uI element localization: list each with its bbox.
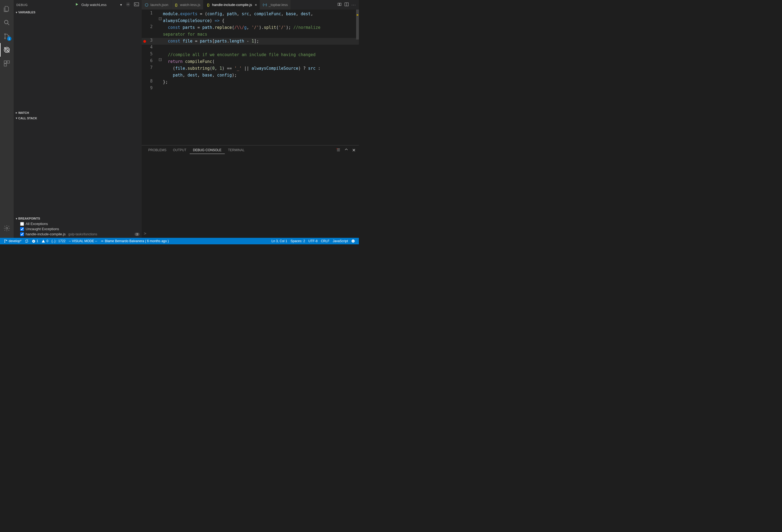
status-spaces[interactable]: Spaces: 2 <box>289 238 307 244</box>
code-line[interactable]: const file = parts[parts.length - 1]; <box>163 38 359 45</box>
svg-rect-11 <box>134 3 139 6</box>
breakpoint-checkbox[interactable] <box>20 227 24 231</box>
tab-label: watch-less.js <box>180 3 200 7</box>
breakpoint-dot[interactable] <box>143 40 146 43</box>
panel-tab-debug-console[interactable]: DEBUG CONSOLE <box>190 147 225 154</box>
line-number: 4 <box>142 45 158 49</box>
code-line[interactable]: }; <box>163 79 359 85</box>
fold-gutter[interactable]: − <box>158 17 163 20</box>
callstack-section-header[interactable]: ▾ CALL STACK <box>13 115 142 121</box>
status-blame[interactable]: Blame Bernardo Balvanera ( 6 months ago … <box>99 238 171 244</box>
breakpoint-row[interactable]: Uncaught Exceptions <box>13 226 142 232</box>
tab-watch-less-js[interactable]: {}watch-less.js <box>171 0 203 9</box>
js-file-icon: {} <box>174 3 178 7</box>
status-warnings[interactable]: 0 <box>40 238 50 244</box>
smiley-icon <box>351 239 355 243</box>
status-encoding[interactable]: UTF-8 <box>307 238 319 244</box>
status-feedback[interactable] <box>350 238 357 244</box>
play-icon <box>75 2 79 6</box>
debug-console-toggle[interactable] <box>134 2 139 7</box>
tab-handle-include-compile-js[interactable]: {}handle-include-compile.js× <box>203 0 260 9</box>
fold-marker[interactable]: − <box>159 58 162 61</box>
gear-icon <box>3 225 10 232</box>
code-line[interactable]: separator for macs <box>163 31 359 38</box>
svg-rect-7 <box>7 61 9 63</box>
svg-point-17 <box>4 242 5 242</box>
breakpoint-label: Uncaught Exceptions <box>26 227 59 231</box>
debug-icon <box>3 46 10 54</box>
svg-rect-13 <box>338 3 339 5</box>
close-panel-button[interactable]: ✕ <box>352 148 356 153</box>
svg-point-22 <box>352 241 353 241</box>
tab-launch-json[interactable]: launch.json <box>142 0 171 9</box>
svg-point-0 <box>4 20 8 24</box>
fold-gutter[interactable]: − <box>158 58 163 61</box>
tab-label: launch.json <box>150 3 168 7</box>
activity-scm[interactable]: 1 <box>0 29 13 43</box>
breakpoint-checkbox[interactable] <box>20 222 24 226</box>
status-errors[interactable]: 1 <box>30 238 40 244</box>
gear-icon <box>126 2 130 6</box>
activity-settings[interactable] <box>0 221 13 235</box>
debug-console-body[interactable]: > <box>142 155 359 238</box>
breakpoints-section-header[interactable]: ▾ BREAKPOINTS <box>13 216 142 221</box>
activity-search[interactable] <box>0 16 13 29</box>
code-line[interactable]: path, dest, base, config); <box>163 72 359 79</box>
code-line[interactable]: const parts = path.replace(/\\/g, '/').s… <box>163 24 359 31</box>
close-tab-button[interactable]: × <box>255 3 257 7</box>
activity-explorer[interactable] <box>0 2 13 16</box>
breakpoint-row[interactable]: handle-include-compile.jsgulp-tasks\func… <box>13 232 142 237</box>
line-number: 1 <box>142 11 158 15</box>
js-file-icon: {} <box>206 3 210 7</box>
line-number: 3 <box>142 38 158 43</box>
code-line[interactable]: alwaysCompileSource) => { <box>163 17 359 24</box>
activity-bar: 1 <box>0 0 13 238</box>
sync-icon <box>25 239 29 243</box>
start-debug-button[interactable] <box>75 2 79 7</box>
code-line[interactable]: module.exports = (config, path, src, com… <box>163 11 359 17</box>
status-sync[interactable] <box>23 238 30 244</box>
collapse-panel-button[interactable] <box>345 148 348 153</box>
status-branch[interactable]: develop* <box>2 238 23 244</box>
editor-content[interactable]: 1module.exports = (config, path, src, co… <box>142 9 359 145</box>
scroll-mark <box>357 14 358 15</box>
status-bar: develop* 1 0 {..} : 1722 -- VISUAL MODE … <box>0 238 359 244</box>
line-number: 5 <box>142 51 158 57</box>
more-actions-button[interactable]: ··· <box>352 3 356 7</box>
clear-console-button[interactable] <box>336 148 341 153</box>
code-line[interactable]: //compile all if we encounter an include… <box>163 51 359 58</box>
code-line[interactable]: (file.substring(0, 1) == '_' || alwaysCo… <box>163 65 359 72</box>
tab--topbar-less[interactable]: {∘}_topbar.less <box>260 0 291 9</box>
panel-tab-output[interactable]: OUTPUT <box>170 147 190 154</box>
breakpoint-row[interactable]: All Exceptions <box>13 221 142 226</box>
breakpoints-label: BREAKPOINTS <box>18 217 40 220</box>
line-number: 2 <box>142 24 158 29</box>
status-language[interactable]: JavaScript <box>331 238 350 244</box>
status-bracket[interactable]: {..} : 1722 <box>50 238 67 244</box>
svg-point-10 <box>128 4 129 5</box>
activity-debug[interactable] <box>0 43 13 57</box>
search-icon <box>3 19 10 26</box>
split-editor-button[interactable] <box>345 2 349 7</box>
debug-settings-button[interactable] <box>126 2 130 7</box>
compare-icon[interactable] <box>337 2 342 7</box>
status-position[interactable]: Ln 3, Col 1 <box>270 238 289 244</box>
breakpoint-checkbox[interactable] <box>20 233 24 236</box>
console-prompt[interactable]: > <box>144 231 146 236</box>
line-number: 6 <box>142 58 158 63</box>
code-line[interactable]: return compileFunc( <box>163 58 359 65</box>
debug-config-selector[interactable]: Gulp watchLess <box>81 3 107 7</box>
variables-section-header[interactable]: ▾ VARIABLES <box>13 9 142 15</box>
panel-tab-terminal[interactable]: TERMINAL <box>225 147 248 154</box>
tab-label: _topbar.less <box>269 3 288 7</box>
svg-rect-6 <box>4 61 6 63</box>
watch-section-header[interactable]: ▸ WATCH <box>13 110 142 115</box>
panel-tab-problems[interactable]: PROBLEMS <box>145 147 170 154</box>
scrollbar-thumb[interactable] <box>356 9 359 39</box>
fold-marker[interactable]: − <box>159 17 162 20</box>
status-eol[interactable]: CRLF <box>319 238 331 244</box>
activity-extensions[interactable] <box>0 57 13 70</box>
config-dropdown-caret[interactable]: ▾ <box>120 3 122 7</box>
editor-scrollbar[interactable] <box>355 9 359 145</box>
editor-area: launch.json{}watch-less.js{}handle-inclu… <box>142 0 359 238</box>
